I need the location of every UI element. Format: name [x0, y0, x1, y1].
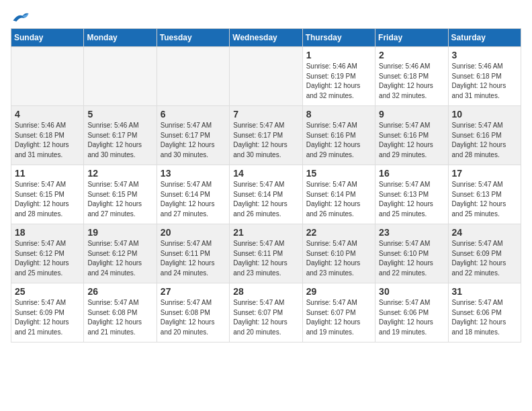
day-number: 3 — [452, 50, 517, 60]
day-info: Sunrise: 5:46 AM Sunset: 6:19 PM Dayligh… — [306, 62, 371, 101]
calendar-cell: 26Sunrise: 5:47 AM Sunset: 6:08 PM Dayli… — [84, 283, 157, 342]
calendar-cell: 17Sunrise: 5:47 AM Sunset: 6:13 PM Dayli… — [448, 165, 521, 224]
calendar-cell: 18Sunrise: 5:47 AM Sunset: 6:12 PM Dayli… — [11, 224, 84, 283]
day-number: 19 — [87, 227, 152, 238]
day-header-tuesday: Tuesday — [157, 29, 229, 47]
calendar-cell: 19Sunrise: 5:47 AM Sunset: 6:12 PM Dayli… — [84, 224, 157, 283]
day-number: 16 — [379, 168, 444, 179]
calendar-table: SundayMondayTuesdayWednesdayThursdayFrid… — [11, 28, 521, 342]
day-info: Sunrise: 5:47 AM Sunset: 6:15 PM Dayligh… — [87, 180, 152, 219]
day-header-friday: Friday — [375, 29, 448, 47]
calendar-cell: 7Sunrise: 5:47 AM Sunset: 6:17 PM Daylig… — [230, 106, 302, 165]
day-info: Sunrise: 5:47 AM Sunset: 6:13 PM Dayligh… — [452, 180, 517, 219]
day-info: Sunrise: 5:47 AM Sunset: 6:16 PM Dayligh… — [452, 121, 517, 160]
day-info: Sunrise: 5:47 AM Sunset: 6:06 PM Dayligh… — [379, 298, 444, 337]
day-info: Sunrise: 5:46 AM Sunset: 6:18 PM Dayligh… — [452, 62, 517, 101]
calendar-cell: 21Sunrise: 5:47 AM Sunset: 6:11 PM Dayli… — [230, 224, 302, 283]
day-number: 10 — [452, 109, 517, 120]
day-number: 11 — [15, 168, 80, 179]
day-number: 28 — [233, 286, 298, 297]
day-number: 4 — [15, 109, 80, 120]
calendar-cell: 13Sunrise: 5:47 AM Sunset: 6:14 PM Dayli… — [157, 165, 229, 224]
day-info: Sunrise: 5:47 AM Sunset: 6:14 PM Dayligh… — [161, 180, 226, 219]
day-info: Sunrise: 5:47 AM Sunset: 6:11 PM Dayligh… — [161, 239, 226, 278]
day-info: Sunrise: 5:46 AM Sunset: 6:18 PM Dayligh… — [15, 121, 80, 160]
day-info: Sunrise: 5:47 AM Sunset: 6:10 PM Dayligh… — [379, 239, 444, 278]
day-number: 5 — [87, 109, 152, 120]
day-number: 14 — [233, 168, 298, 179]
day-header-thursday: Thursday — [302, 29, 375, 47]
calendar-cell: 20Sunrise: 5:47 AM Sunset: 6:11 PM Dayli… — [157, 224, 229, 283]
calendar-cell: 6Sunrise: 5:47 AM Sunset: 6:17 PM Daylig… — [157, 106, 229, 165]
day-number: 30 — [379, 286, 444, 297]
day-info: Sunrise: 5:47 AM Sunset: 6:10 PM Dayligh… — [306, 239, 371, 278]
day-number: 22 — [306, 227, 371, 238]
calendar-cell: 30Sunrise: 5:47 AM Sunset: 6:06 PM Dayli… — [375, 283, 448, 342]
day-number: 31 — [452, 286, 517, 297]
day-info: Sunrise: 5:47 AM Sunset: 6:07 PM Dayligh… — [306, 298, 371, 337]
day-info: Sunrise: 5:47 AM Sunset: 6:07 PM Dayligh… — [233, 298, 298, 337]
day-info: Sunrise: 5:47 AM Sunset: 6:13 PM Dayligh… — [379, 180, 444, 219]
calendar-cell — [230, 47, 302, 106]
day-number: 23 — [379, 227, 444, 238]
day-number: 7 — [233, 109, 298, 120]
day-info: Sunrise: 5:47 AM Sunset: 6:09 PM Dayligh… — [452, 239, 517, 278]
day-header-monday: Monday — [84, 29, 157, 47]
calendar-cell — [11, 47, 84, 106]
day-info: Sunrise: 5:47 AM Sunset: 6:12 PM Dayligh… — [15, 239, 80, 278]
calendar-cell: 8Sunrise: 5:47 AM Sunset: 6:16 PM Daylig… — [302, 106, 375, 165]
calendar-cell: 14Sunrise: 5:47 AM Sunset: 6:14 PM Dayli… — [230, 165, 302, 224]
day-number: 20 — [161, 227, 226, 238]
day-number: 27 — [161, 286, 226, 297]
day-number: 2 — [379, 50, 444, 60]
day-number: 17 — [452, 168, 517, 179]
day-info: Sunrise: 5:46 AM Sunset: 6:18 PM Dayligh… — [379, 62, 444, 101]
calendar-cell: 15Sunrise: 5:47 AM Sunset: 6:14 PM Dayli… — [302, 165, 375, 224]
day-info: Sunrise: 5:47 AM Sunset: 6:08 PM Dayligh… — [161, 298, 226, 337]
calendar-cell: 28Sunrise: 5:47 AM Sunset: 6:07 PM Dayli… — [230, 283, 302, 342]
day-number: 24 — [452, 227, 517, 238]
calendar-cell: 27Sunrise: 5:47 AM Sunset: 6:08 PM Dayli… — [157, 283, 229, 342]
day-number: 8 — [306, 109, 371, 120]
day-number: 18 — [15, 227, 80, 238]
day-info: Sunrise: 5:47 AM Sunset: 6:17 PM Dayligh… — [161, 121, 226, 160]
calendar-cell: 1Sunrise: 5:46 AM Sunset: 6:19 PM Daylig… — [302, 47, 375, 106]
calendar-cell: 16Sunrise: 5:47 AM Sunset: 6:13 PM Dayli… — [375, 165, 448, 224]
day-info: Sunrise: 5:46 AM Sunset: 6:17 PM Dayligh… — [87, 121, 152, 160]
day-info: Sunrise: 5:47 AM Sunset: 6:12 PM Dayligh… — [87, 239, 152, 278]
day-info: Sunrise: 5:47 AM Sunset: 6:15 PM Dayligh… — [15, 180, 80, 219]
calendar-cell — [84, 47, 157, 106]
day-info: Sunrise: 5:47 AM Sunset: 6:14 PM Dayligh… — [306, 180, 371, 219]
day-header-saturday: Saturday — [448, 29, 521, 47]
calendar-cell: 31Sunrise: 5:47 AM Sunset: 6:06 PM Dayli… — [448, 283, 521, 342]
day-header-sunday: Sunday — [11, 29, 84, 47]
day-number: 1 — [306, 50, 371, 60]
calendar-cell — [157, 47, 229, 106]
day-info: Sunrise: 5:47 AM Sunset: 6:09 PM Dayligh… — [15, 298, 80, 337]
day-info: Sunrise: 5:47 AM Sunset: 6:16 PM Dayligh… — [306, 121, 371, 160]
logo-icon — [11, 11, 30, 26]
calendar-cell: 29Sunrise: 5:47 AM Sunset: 6:07 PM Dayli… — [302, 283, 375, 342]
calendar-cell: 9Sunrise: 5:47 AM Sunset: 6:16 PM Daylig… — [375, 106, 448, 165]
logo — [11, 11, 32, 26]
calendar-cell: 22Sunrise: 5:47 AM Sunset: 6:10 PM Dayli… — [302, 224, 375, 283]
calendar-cell: 10Sunrise: 5:47 AM Sunset: 6:16 PM Dayli… — [448, 106, 521, 165]
calendar-cell: 23Sunrise: 5:47 AM Sunset: 6:10 PM Dayli… — [375, 224, 448, 283]
calendar-cell: 4Sunrise: 5:46 AM Sunset: 6:18 PM Daylig… — [11, 106, 84, 165]
day-number: 29 — [306, 286, 371, 297]
calendar-cell: 12Sunrise: 5:47 AM Sunset: 6:15 PM Dayli… — [84, 165, 157, 224]
calendar-cell: 5Sunrise: 5:46 AM Sunset: 6:17 PM Daylig… — [84, 106, 157, 165]
day-info: Sunrise: 5:47 AM Sunset: 6:11 PM Dayligh… — [233, 239, 298, 278]
day-info: Sunrise: 5:47 AM Sunset: 6:17 PM Dayligh… — [233, 121, 298, 160]
day-number: 12 — [87, 168, 152, 179]
calendar-cell: 24Sunrise: 5:47 AM Sunset: 6:09 PM Dayli… — [448, 224, 521, 283]
day-number: 15 — [306, 168, 371, 179]
day-info: Sunrise: 5:47 AM Sunset: 6:08 PM Dayligh… — [87, 298, 152, 337]
day-header-wednesday: Wednesday — [230, 29, 302, 47]
day-number: 25 — [15, 286, 80, 297]
day-number: 9 — [379, 109, 444, 120]
day-number: 6 — [161, 109, 226, 120]
day-info: Sunrise: 5:47 AM Sunset: 6:14 PM Dayligh… — [233, 180, 298, 219]
day-number: 21 — [233, 227, 298, 238]
calendar-cell: 2Sunrise: 5:46 AM Sunset: 6:18 PM Daylig… — [375, 47, 448, 106]
